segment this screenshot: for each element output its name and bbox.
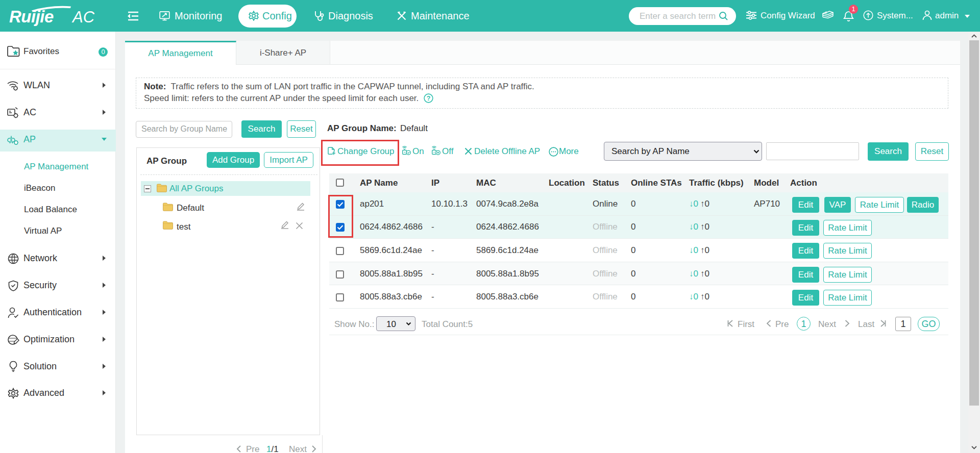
svg-text:Ruijie: Ruijie xyxy=(9,7,54,26)
svg-text:AC: AC xyxy=(71,8,95,26)
svg-text:?: ? xyxy=(426,95,430,102)
